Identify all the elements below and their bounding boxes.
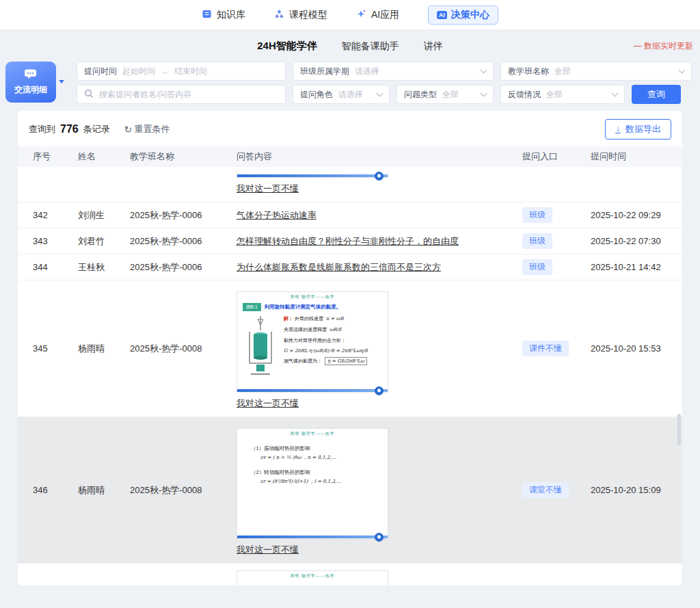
row-name: 杨雨晴 xyxy=(78,343,130,355)
live-update-note: — 数据实时更新 xyxy=(634,40,693,52)
slide-image[interactable]: 简明 物理学——热学 （1）振动能对热容的影响 εv = ( n + ½ )ℏω… xyxy=(237,428,388,539)
entry-badge: 班级 xyxy=(522,207,552,223)
col-header-content: 问答内容 xyxy=(237,150,522,163)
reset-conditions-button[interactable]: ↻ 重置条件 xyxy=(124,123,170,135)
search-icon xyxy=(84,89,94,101)
sparkle-icon xyxy=(356,9,366,21)
slide-swirl-icon xyxy=(375,386,383,395)
teaching-class-select[interactable]: 教学班名称 全部 xyxy=(500,62,692,81)
feedback-status-select[interactable]: 反馈情况 全部 xyxy=(500,85,625,104)
question-link[interactable]: 怎样理解转动自由度？刚性分子与非刚性分子，的自由度 xyxy=(237,236,459,246)
slide-title: 利用旋转黏度计测定气体的黏度。 xyxy=(265,304,342,310)
table-row-partial-top: 我对这一页不懂 xyxy=(18,167,682,202)
role-label: 提问角色 xyxy=(300,89,333,101)
row-time: 2025-10-21 14:42 xyxy=(591,262,682,272)
row-name: 王桂秋 xyxy=(78,261,130,274)
table-row[interactable]: 346 杨雨晴 2025秋-热学-0008 简明 物理学——热学 （1）振动能对… xyxy=(18,417,682,564)
entry-badge: 课件不懂 xyxy=(522,341,569,356)
slide-progress-bar xyxy=(237,389,388,392)
tab-lesson-prep-assistant[interactable]: 智能备课助手 xyxy=(342,40,399,53)
slide-image[interactable]: 简明 物理学——热学 例8.1 利用旋转黏度计测定气体的黏度。 xyxy=(237,291,388,393)
semester-select[interactable]: 班级所属学期 请选择 xyxy=(293,62,494,81)
slide-formula: εr = (ℏ²∕8π²I)·l(l+1) ，l = 0,1,2,… xyxy=(260,478,388,485)
viscometer-diagram xyxy=(241,314,280,384)
range-arrow-icon: → xyxy=(161,66,169,76)
data-export-button[interactable]: ↓ 数据导出 xyxy=(605,119,671,140)
row-name: 刘润生 xyxy=(78,209,130,222)
feedback-label: 反馈情况 xyxy=(508,89,541,101)
table-row[interactable]: 342 刘润生 2025秋-热学-0006 气体分子热运动速率 班级 2025-… xyxy=(18,202,682,228)
question-type-select[interactable]: 问题类型 全部 xyxy=(396,85,494,104)
row-class: 2025秋-热学-0006 xyxy=(130,261,237,274)
question-link[interactable]: 为什么体膨胀系数是线膨胀系数的三倍而不是三次方 xyxy=(237,262,441,272)
row-time: 2025-10-20 15:53 xyxy=(591,343,682,354)
search-input[interactable] xyxy=(99,90,278,99)
scrollbar-thumb[interactable] xyxy=(677,414,681,445)
question-link[interactable]: 气体分子热运动速率 xyxy=(237,210,317,220)
table-row[interactable]: 345 杨雨晴 2025秋-热学-0008 简明 物理学——热学 例8.1 利用… xyxy=(18,280,682,417)
model-icon xyxy=(274,9,284,21)
refresh-icon: ↻ xyxy=(124,124,132,135)
row-id: 344 xyxy=(18,262,78,272)
chat-icon xyxy=(24,68,38,81)
chevron-down-icon xyxy=(679,66,686,73)
time-label: 提问时间 xyxy=(84,66,117,77)
row-id: 342 xyxy=(18,210,78,220)
slide-image-clipped[interactable]: 简明 物理学——热学 xyxy=(237,570,388,585)
reset-label: 重置条件 xyxy=(135,123,170,135)
entry-badge: 班级 xyxy=(522,233,552,249)
row-id: 345 xyxy=(18,343,78,354)
table-header: 序号 姓名 教学班名称 问答内容 提问入口 提问时间 xyxy=(18,146,682,167)
nav-knowledge-base[interactable]: 知识库 xyxy=(202,9,245,21)
tab-bar: 24H智能学伴 智能备课助手 讲伴 — 数据实时更新 xyxy=(0,30,700,62)
chevron-down-icon xyxy=(377,90,383,96)
tab-smart-companion[interactable]: 24H智能学伴 xyxy=(257,40,317,53)
col-header-name: 姓名 xyxy=(78,150,130,163)
class-label: 教学班名称 xyxy=(508,66,549,77)
question-role-select[interactable]: 提问角色 请选择 xyxy=(293,85,390,104)
result-card: 查询到 776 条记录 ↻ 重置条件 ↓ 数据导出 序号 姓名 教学班名称 问答… xyxy=(18,111,682,585)
export-label: 数据导出 xyxy=(625,123,661,135)
row-class: 2025秋-热学-0008 xyxy=(130,343,237,355)
nav-label: AI应用 xyxy=(371,9,399,21)
slide-swirl-icon xyxy=(375,172,383,181)
slide-swirl-icon xyxy=(375,533,383,542)
type-value: 全部 xyxy=(442,89,459,101)
question-time-range-picker[interactable]: 提问时间 起始时间 → 结束时间 xyxy=(77,62,286,81)
download-icon: ↓ xyxy=(615,125,621,133)
search-box[interactable] xyxy=(77,85,286,104)
col-header-time: 提问时间 xyxy=(591,150,682,163)
question-link[interactable]: 我对这一页不懂 xyxy=(237,544,299,556)
row-id: 346 xyxy=(18,485,78,495)
question-link[interactable]: 我对这一页不懂 xyxy=(237,397,299,410)
slide-formula: εv = ( n + ½ )ℏω ，n = 0,1,2,… xyxy=(260,454,388,461)
table-row[interactable]: 344 王桂秋 2025秋-热学-0006 为什么体膨胀系数是线膨胀系数的三倍而… xyxy=(18,254,682,280)
tab-jiangban[interactable]: 讲伴 xyxy=(424,40,443,53)
slide-item: （1）振动能对热容的影响 xyxy=(251,445,388,452)
query-button[interactable]: 查询 xyxy=(632,85,681,104)
row-name: 刘君竹 xyxy=(78,235,130,248)
slide-header-text: 简明 物理学——热学 xyxy=(237,571,388,579)
nav-decision-center[interactable]: AI 决策中心 xyxy=(428,5,498,25)
slide-image-clipped[interactable] xyxy=(237,171,388,178)
col-header-entry: 提问入口 xyxy=(522,150,591,163)
nav-ai-app[interactable]: AI应用 xyxy=(356,9,399,21)
table-row-partial-bottom: 简明 物理学——热学 xyxy=(18,564,682,585)
slide-header-text: 简明 物理学——热学 xyxy=(237,292,388,300)
row-class: 2025秋-热学-0006 xyxy=(130,235,237,248)
start-time-placeholder: 起始时间 xyxy=(122,66,155,77)
nav-label: 决策中心 xyxy=(451,9,489,21)
semester-label: 班级所属学期 xyxy=(300,66,349,77)
result-bar: 查询到 776 条记录 ↻ 重置条件 ↓ 数据导出 xyxy=(18,111,682,146)
chevron-down-icon xyxy=(481,90,487,96)
slide-header-text: 简明 物理学——热学 xyxy=(237,429,388,437)
chevron-down-icon[interactable] xyxy=(59,80,64,83)
row-id: 343 xyxy=(18,236,78,246)
exchange-detail-button[interactable]: 交流明细 xyxy=(5,62,56,103)
col-header-id: 序号 xyxy=(18,150,78,163)
nav-course-model[interactable]: 课程模型 xyxy=(274,9,327,21)
exchange-detail-label: 交流明细 xyxy=(14,84,47,96)
question-link[interactable]: 我对这一页不懂 xyxy=(237,183,299,195)
table-row[interactable]: 343 刘君竹 2025秋-热学-0006 怎样理解转动自由度？刚性分子与非刚性… xyxy=(18,228,682,254)
example-badge: 例8.1 xyxy=(243,303,261,311)
